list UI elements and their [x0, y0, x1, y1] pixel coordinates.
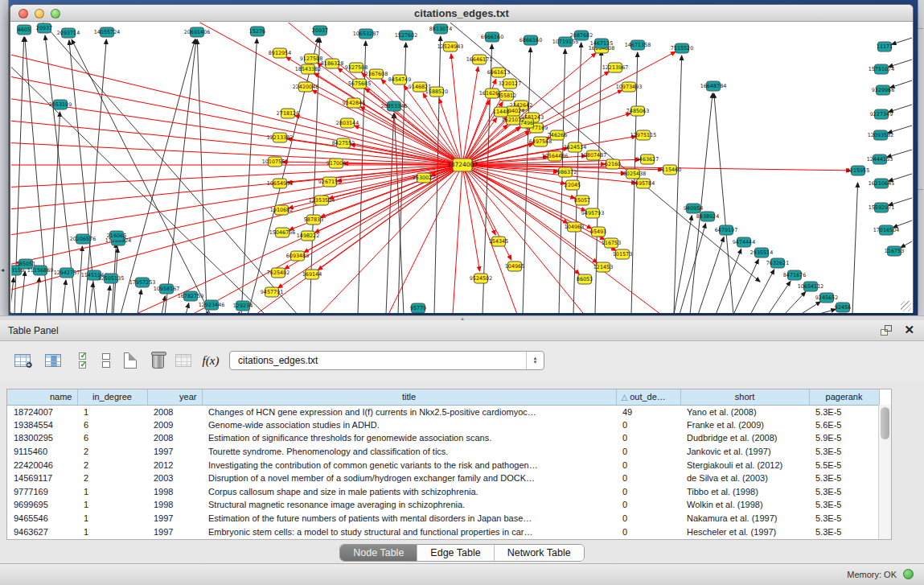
cited-node[interactable]: 9457791 [261, 287, 283, 297]
cited-node[interactable]: 9115460 [659, 165, 681, 175]
cited-node[interactable]: 2803144 [336, 118, 359, 128]
node[interactable]: 9474444 [733, 237, 755, 247]
node[interactable]: 2935514 [750, 248, 773, 257]
node[interactable]: 8813074 [429, 24, 452, 34]
cited-node[interactable]: 116753 [602, 238, 621, 248]
table-row[interactable]: 1938455462009Genome-wide association stu… [7, 418, 879, 432]
cited-node[interactable]: 1910682 [270, 205, 293, 215]
node[interactable]: 1467135 [590, 39, 613, 48]
table-row[interactable]: 969969511998Structural magnetic resonanc… [7, 498, 879, 512]
node[interactable]: 11171 [877, 42, 893, 51]
cited-node[interactable]: 154345 [489, 237, 508, 246]
node[interactable]: 15751074 [869, 64, 895, 74]
cited-node[interactable]: 587833 [304, 215, 323, 225]
node[interactable]: 116753 [885, 246, 904, 256]
node[interactable]: 6966160 [481, 32, 503, 42]
node[interactable]: 20937 [36, 23, 52, 33]
close-panel-icon[interactable]: ✕ [904, 323, 914, 336]
tab-node-table[interactable]: Node Table [340, 545, 417, 561]
cited-node[interactable]: 10807487 [581, 150, 607, 160]
cited-node[interactable]: 6093489 [286, 251, 309, 261]
column-header-year[interactable]: year [147, 389, 202, 405]
node[interactable]: 7632621 [766, 258, 789, 268]
cited-node[interactable]: 22420046 [293, 82, 319, 92]
node[interactable]: 8471676 [783, 270, 806, 280]
cited-node[interactable]: 9242845 [343, 98, 365, 108]
node[interactable]: 7515520 [671, 43, 693, 53]
node[interactable]: 10958167 [154, 284, 180, 294]
cited-node[interactable]: 2530027 [413, 173, 435, 183]
node[interactable]: 8938924 [696, 212, 719, 221]
tab-edge-table[interactable]: Edge Table [417, 545, 494, 561]
cited-node[interactable]: 6961613 [487, 68, 510, 77]
node[interactable]: 95779 [410, 303, 426, 313]
table-row[interactable]: 911546021997Tourette syndrome. Phenomeno… [7, 445, 879, 459]
node[interactable]: 11156869 [27, 266, 54, 275]
cited-node[interactable]: 10107553 [262, 157, 289, 167]
cited-node[interactable]: 9463627 [636, 154, 659, 164]
delete-table-icon[interactable] [146, 349, 169, 372]
node[interactable]: 92456 [835, 303, 851, 312]
cited-node[interactable]: 86053 [577, 274, 593, 284]
node[interactable]: 14671358 [625, 40, 651, 50]
cited-node[interactable]: 62160 [605, 159, 621, 169]
node[interactable]: 12444153 [867, 154, 893, 164]
scrollbar-thumb[interactable] [881, 407, 889, 439]
float-window-icon[interactable] [881, 325, 892, 336]
cited-node[interactable]: 8454749 [388, 75, 411, 84]
cited-node[interactable]: 10025438 [620, 169, 647, 179]
node[interactable]: 6479197 [715, 225, 737, 235]
cited-node[interactable]: 12524943 [437, 42, 464, 51]
node[interactable]: 4605 [18, 25, 31, 35]
cited-node[interactable]: 3220127 [499, 79, 521, 89]
vertical-scrollbar[interactable] [878, 405, 891, 539]
table-row[interactable]: 977716911998Corpus callosum shape and si… [7, 485, 879, 499]
cited-node[interactable]: 18543382 [295, 64, 322, 74]
table-row[interactable]: 1872400712008Changes of HCN gene express… [7, 405, 879, 418]
node[interactable]: 2053109 [49, 100, 72, 109]
node[interactable]: 6866160 [519, 35, 542, 45]
node[interactable]: 12093582 [868, 130, 894, 140]
node[interactable]: 10654112 [798, 282, 824, 291]
row-height-icon[interactable] [95, 349, 117, 372]
cited-node[interactable]: 12353594 [309, 196, 335, 205]
cited-node[interactable]: 2367608 [365, 69, 388, 79]
cited-node[interactable]: 8186328 [321, 59, 343, 68]
node[interactable]: 2093714 [57, 28, 80, 38]
node[interactable]: 12505135 [98, 274, 125, 283]
cited-node[interactable]: 1588520 [425, 87, 448, 97]
cited-node[interactable]: 7625402 [267, 268, 290, 278]
cited-node[interactable]: 121453 [593, 262, 613, 272]
cited-node[interactable]: 12213382 [267, 133, 294, 142]
cited-node[interactable]: 1498222 [297, 231, 319, 241]
node[interactable]: 20206576 [70, 234, 97, 244]
node[interactable]: 17016504 [873, 225, 900, 235]
node[interactable]: 17957253 [129, 278, 156, 287]
table-row[interactable]: 946362711997Embryonic stem cells: a mode… [7, 525, 879, 538]
node[interactable]: 1527602 [395, 31, 417, 40]
cited-node[interactable]: 955812 [497, 91, 516, 101]
table-select-dropdown[interactable]: citations_edges.txt ▲▼ [229, 351, 544, 370]
table-row[interactable]: 946554611997Estimation of the future num… [7, 512, 879, 525]
node[interactable]: 216065 [107, 231, 126, 241]
cited-node[interactable]: 16646171 [466, 55, 493, 64]
network-canvas[interactable]: 1872400789129549127508818632893275081854… [11, 23, 913, 313]
cited-node[interactable]: 15046756 [269, 228, 296, 237]
node[interactable]: 9227349 [870, 109, 893, 119]
node[interactable]: 9329966 [872, 85, 894, 95]
node[interactable]: 10653287 [353, 29, 380, 39]
node[interactable]: 940954 [684, 204, 703, 213]
node[interactable]: 15276 [249, 27, 265, 36]
new-table-icon[interactable] [119, 349, 142, 372]
node[interactable]: 16782759 [178, 291, 204, 301]
cited-node[interactable]: 85057 [574, 196, 590, 205]
column-header-short[interactable]: short [680, 389, 809, 405]
node[interactable]: 9245652 [815, 293, 838, 303]
network-window-titlebar[interactable]: citations_edges.txt [10, 5, 913, 22]
node[interactable]: 16210645 [869, 179, 895, 188]
table-settings-icon[interactable]: ⚙ [11, 349, 34, 372]
tab-network-table[interactable]: Network Table [495, 545, 584, 561]
collapse-left-arrow-icon[interactable]: ◂ [1, 266, 4, 274]
window-resize-grip[interactable] [901, 301, 911, 311]
cited-node[interactable]: 9495784 [632, 179, 655, 188]
